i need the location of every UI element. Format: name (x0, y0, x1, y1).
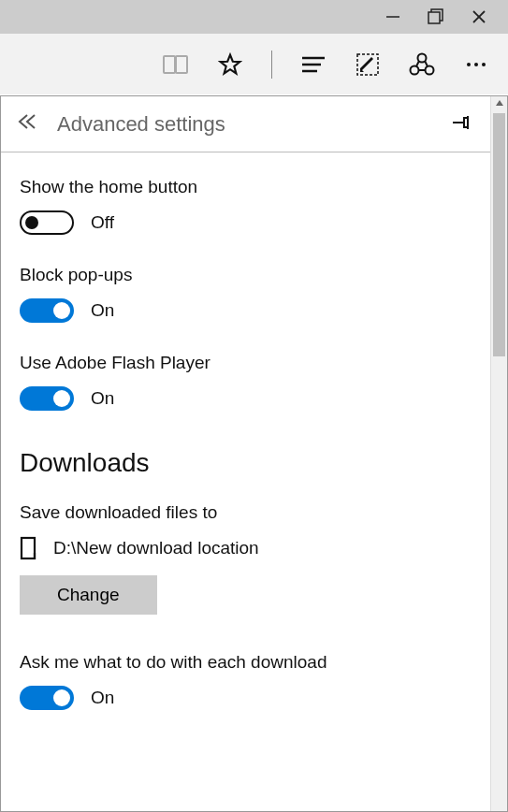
web-note-icon[interactable] (355, 52, 381, 77)
panel-title: Advanced settings (57, 112, 453, 137)
toggle-state-text: On (91, 388, 114, 409)
settings-panel: Advanced settings Show the home button O… (0, 95, 508, 812)
svg-point-14 (426, 65, 434, 74)
browser-toolbar (0, 34, 508, 95)
setting-label: Block pop-ups (20, 265, 472, 285)
share-icon[interactable] (409, 52, 435, 77)
toggle-state-text: On (91, 688, 114, 708)
setting-home-button: Show the home button Off (20, 177, 472, 235)
ask-download-toggle[interactable] (20, 686, 74, 710)
setting-label: Ask me what to do with each download (20, 652, 472, 673)
download-path-row: D:\New download location (20, 536, 472, 560)
hub-lines-icon[interactable] (300, 52, 327, 77)
reading-view-icon[interactable] (163, 52, 189, 77)
more-icon[interactable] (463, 52, 489, 77)
setting-flash: Use Adobe Flash Player On (20, 353, 472, 411)
favorites-star-icon[interactable] (217, 52, 243, 77)
window-titlebar (0, 0, 508, 34)
scrollbar[interactable] (490, 96, 507, 811)
svg-line-15 (416, 61, 419, 66)
block-popups-toggle[interactable] (20, 298, 74, 323)
downloads-heading: Downloads (20, 448, 472, 478)
back-button[interactable] (18, 114, 36, 134)
pin-button[interactable] (453, 115, 473, 134)
scroll-up-arrow[interactable] (491, 98, 507, 109)
folder-icon (20, 536, 40, 560)
change-button[interactable]: Change (20, 575, 157, 615)
panel-header: Advanced settings (1, 96, 490, 152)
toggle-state-text: Off (91, 212, 114, 233)
toggle-state-text: On (91, 300, 114, 321)
download-path: D:\New download location (53, 538, 259, 558)
home-button-toggle[interactable] (20, 210, 74, 235)
flash-toggle[interactable] (20, 386, 74, 411)
scrollbar-thumb[interactable] (493, 113, 505, 356)
svg-point-18 (467, 63, 471, 66)
setting-label: Show the home button (20, 177, 472, 197)
svg-rect-24 (22, 538, 35, 558)
svg-point-13 (411, 65, 419, 74)
svg-rect-5 (164, 56, 175, 73)
svg-point-20 (482, 63, 486, 66)
maximize-button[interactable] (428, 8, 444, 25)
save-to-label: Save downloaded files to (20, 502, 472, 523)
svg-point-19 (474, 63, 478, 66)
setting-block-popups: Block pop-ups On (20, 265, 472, 323)
svg-rect-6 (176, 56, 187, 73)
minimize-button[interactable] (385, 8, 401, 25)
svg-rect-2 (428, 12, 440, 23)
setting-label: Use Adobe Flash Player (20, 353, 472, 373)
svg-line-16 (425, 61, 428, 66)
setting-ask-download: Ask me what to do with each download On (20, 652, 472, 710)
close-button[interactable] (471, 8, 487, 25)
toolbar-separator (271, 51, 272, 79)
